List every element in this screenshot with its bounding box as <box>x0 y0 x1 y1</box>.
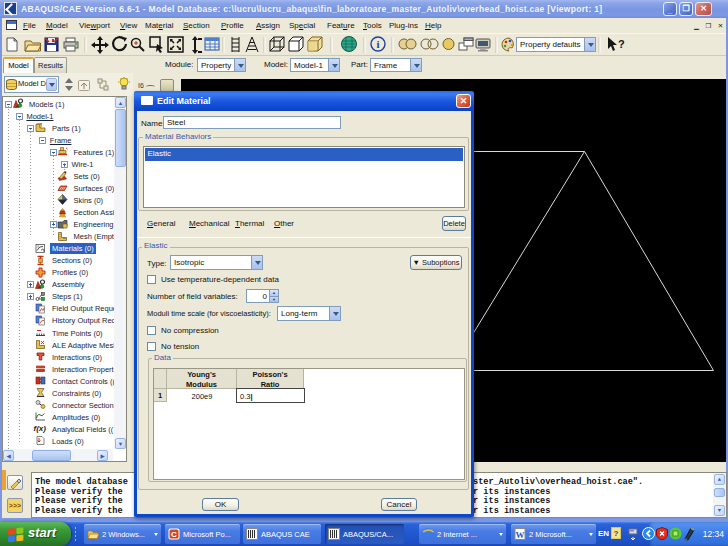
svg-text:W: W <box>516 530 525 540</box>
svg-text:?: ? <box>618 38 625 50</box>
svg-text:i: i <box>376 38 379 50</box>
svg-text:C: C <box>171 530 177 539</box>
